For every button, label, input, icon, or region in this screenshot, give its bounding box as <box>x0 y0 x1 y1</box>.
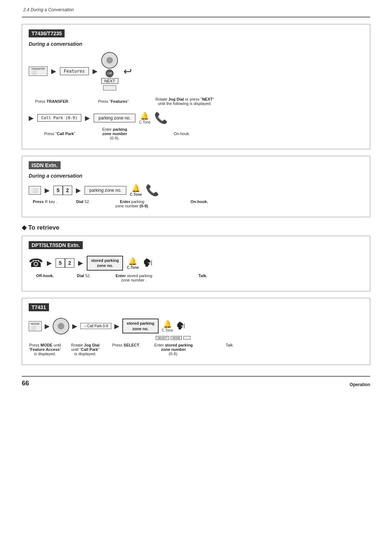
isdn-onhook-icon: 📞 <box>146 184 159 197</box>
arrow2: ▶ <box>93 67 98 75</box>
dpt-key-5: 5 <box>56 258 65 268</box>
retrieve-heading: ◆ To retrieve <box>22 224 370 231</box>
page-section-label: Operation <box>350 382 370 387</box>
isdn-ctone-label: C.Tone <box>130 193 142 197</box>
dpt-label-enter-stored: Enter stored parking zone number . <box>109 274 159 282</box>
dpt-talk-icon: 🗣 <box>143 257 154 269</box>
dpt-label-offhook: Off-hook. <box>29 274 61 278</box>
dpt-ctone-icon: 🔔 <box>128 257 137 266</box>
t7436-row2-labels: Press "Call Park". Enter parking zone nu… <box>29 127 363 140</box>
isdn-arrow1: ▶ <box>45 186 50 194</box>
arrow3: ▶ <box>29 114 34 122</box>
t7431-arrow3: ▶ <box>114 322 119 330</box>
t7431-talk-icon: 🗣 <box>176 320 186 332</box>
jog-dial-icon <box>101 52 118 69</box>
select-mode-row: SELECT MODE <box>156 336 363 340</box>
parking-zone-input: parking zone no. <box>94 114 135 122</box>
isdn-label-press-r: Press R key . <box>29 199 61 204</box>
arrow-curve: ↩ <box>123 65 132 77</box>
callpark-display: Call Park (0-9) <box>37 114 81 122</box>
label-rotate-jog: Rotate Jog Dial or press "NEXT" until th… <box>148 97 221 106</box>
isdn-label-dial52: Dial 52. <box>69 199 98 204</box>
dpt-label-talk: Talk. <box>188 274 217 278</box>
dpt-title: DPT/SLT/ISDN Extn. <box>29 241 83 249</box>
section-header: 2.4 During a Conversation <box>22 7 370 12</box>
mode-button-icon: MODE⬜ <box>29 321 42 331</box>
t7431-talk-col: 🗣 <box>176 320 186 332</box>
t7431-jog-dial <box>53 318 69 335</box>
t7431-arrow2: ▶ <box>72 322 77 330</box>
t7436-box: T7436/T7235 During a conversation ⬜ ▶ Fe… <box>22 24 370 149</box>
t7436-row1-flow: ⬜ ▶ Features ▶ OR NEXT ↩ <box>29 52 363 90</box>
dpt-flow-row: ☎ ▶ 5 2 ▶ stored parkingzone no. 🔔 C.Ton… <box>29 256 363 271</box>
page-number: 66 <box>22 380 29 387</box>
t7431-label-enter-stored: Enter stored parking zone number (0-9). <box>150 343 197 356</box>
t7436-subtitle: During a conversation <box>29 41 363 47</box>
t7431-label-press-select: Press SELECT. <box>110 343 143 347</box>
dpt-box: DPT/SLT/ISDN Extn. ☎ ▶ 5 2 ▶ stored park… <box>22 236 370 291</box>
ctone-label1: C.Tone <box>139 120 151 124</box>
t7431-ctone: 🔔 C.Tone <box>162 320 173 332</box>
dpt-dial-52-keys: 5 2 <box>56 258 74 268</box>
select-btn-small: SELECT <box>156 336 169 340</box>
isdn-ctone-icon: 🔔 <box>131 184 140 193</box>
ctone-icon1: 🔔 <box>140 112 149 120</box>
transfer-icon-col: ⬜ <box>29 66 48 76</box>
or-circle: OR <box>106 69 114 77</box>
t7431-title: T7431 <box>29 303 49 311</box>
t7431-callpark-display: →Call Park 0-9 <box>80 323 111 329</box>
dpt-arrow1: ▶ <box>47 259 52 267</box>
isdn-onhook-col: 📞 <box>146 184 159 197</box>
label-press-callpark: Press "Call Park". <box>37 131 84 136</box>
key-2: 2 <box>63 186 72 195</box>
dpt-stored-parking: stored parkingzone no. <box>87 256 123 271</box>
isdn-label-onhook: On-hook. <box>185 199 214 204</box>
onhook-phone-icon1: 📞 <box>154 112 168 124</box>
isdn-ctone: 🔔 C.Tone <box>130 184 142 197</box>
offhook-icon: ☎ <box>29 256 43 270</box>
label-enter-parking1: Enter parking zone number (0-9). <box>91 127 138 140</box>
t7431-label-press-mode: Press MODE until "Feature Access" is dis… <box>29 343 61 356</box>
isdn-box: ISDN Extn. During a conversation ⬜ ▶ 5 2… <box>22 156 370 217</box>
isdn-parking-zone: parking zone no. <box>85 186 126 195</box>
page-footer: 66 Operation <box>22 376 370 387</box>
isdn-title: ISDN Extn. <box>29 161 61 169</box>
label-press-transfer: Press TRANSFER. <box>29 99 76 104</box>
dpt-ctone: 🔔 C.Tone <box>127 257 139 270</box>
dpt-label-dial52: Dial 52. <box>69 274 98 278</box>
t7436-row2-flow: ▶ Call Park (0-9) ▶ parking zone no. 🔔 C… <box>29 112 363 124</box>
mode-btn-small: MODE <box>171 336 182 340</box>
t7431-label-rotate-jog: Rotate Jog Dial until "Call Park" is dis… <box>67 343 103 356</box>
dpt-arrow2: ▶ <box>78 259 83 267</box>
isdn-label-enter-parking: Enter parking zone number (0-9). <box>109 199 156 208</box>
jog-next-area: OR NEXT <box>101 52 118 90</box>
key-5: 5 <box>53 186 63 195</box>
dpt-talk-col: 🗣 <box>143 257 154 269</box>
isdn-subtitle: During a conversation <box>29 173 363 179</box>
next-button: NEXT <box>101 78 118 84</box>
isdn-flow-row: ⬜ ▶ 5 2 ▶ parking zone no. 🔔 C.Tone 📞 <box>29 184 363 197</box>
extra-btn-small <box>183 336 191 340</box>
isdn-arrow2: ▶ <box>76 186 81 194</box>
header-section-label: 2.4 During a Conversation <box>23 7 74 12</box>
t7431-stored-parking: stored parkingzone no. <box>122 319 159 333</box>
top-divider <box>22 17 370 17</box>
t7431-jog-inner <box>58 323 64 329</box>
mode-btn-col: MODE⬜ <box>29 321 42 331</box>
features-button: Features <box>60 67 89 75</box>
arrow4: ▶ <box>85 114 90 122</box>
t7431-arrow1: ▶ <box>45 322 50 330</box>
t7431-labels-row: Press MODE until "Feature Access" is dis… <box>29 343 363 356</box>
label-onhook1: On-hook. <box>167 131 196 136</box>
t7431-ctone-label: C.Tone <box>162 328 173 332</box>
dpt-key-2: 2 <box>65 258 74 268</box>
t7431-flow-row: MODE⬜ ▶ ▶ →Call Park 0-9 ▶ stored parkin… <box>29 318 363 335</box>
dpt-ctone-label: C.Tone <box>127 266 139 270</box>
t7431-box: T7431 MODE⬜ ▶ ▶ →Call Park 0-9 ▶ stored … <box>22 298 370 365</box>
t7436-title: T7436/T7235 <box>29 29 65 37</box>
offhook-col: ☎ <box>29 256 43 270</box>
t7436-row1-labels: Press TRANSFER. Press "Features". Rotate… <box>29 97 363 106</box>
isdn-labels-row: Press R key . Dial 52. Enter parking zon… <box>29 199 363 208</box>
onhook-col1: 📞 <box>154 112 168 124</box>
jog-dial-inner <box>106 57 113 64</box>
